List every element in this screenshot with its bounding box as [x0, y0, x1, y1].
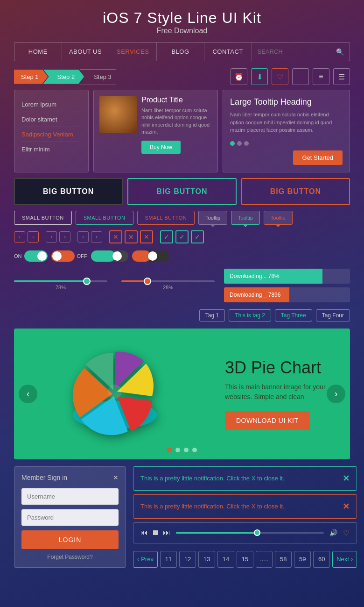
checkbox-x-3[interactable]: ✕ [140, 230, 153, 243]
get-started-button[interactable]: Get Started [293, 150, 343, 165]
download-kit-button[interactable]: DOWNLOAD UI KIT [225, 411, 310, 430]
next-arrow-2[interactable]: › [91, 231, 102, 243]
nav-about[interactable]: ABOUT US [62, 43, 110, 61]
checkbox-x-2[interactable]: ✕ [125, 230, 138, 243]
tooltip-3[interactable]: Tooltip [264, 211, 293, 225]
small-button-2[interactable]: SMALL BUTTON [76, 211, 133, 225]
notification-close-2[interactable]: ✕ [343, 501, 350, 512]
image-icon[interactable] [292, 68, 309, 85]
slider-knob-orange[interactable] [144, 278, 151, 285]
toggle-knob-on [37, 251, 47, 261]
slider-track-orange[interactable] [121, 280, 215, 282]
page-11[interactable]: 11 [160, 551, 177, 568]
notification-close-1[interactable]: ✕ [343, 473, 350, 484]
slider-track-teal[interactable] [14, 280, 107, 282]
range-slider-orange[interactable] [132, 250, 169, 262]
tag-4[interactable]: Tag Four [316, 309, 350, 321]
page-14[interactable]: 14 [217, 551, 234, 568]
banner-dot-4[interactable] [192, 448, 197, 452]
checkbox-check-1[interactable]: ✓ [160, 230, 173, 243]
tag-1[interactable]: Tag 1 [199, 309, 225, 321]
prev-arrow-2[interactable]: ‹ [77, 231, 89, 243]
big-button-3[interactable]: BIG BUTTON [241, 178, 350, 205]
slider-label-orange: 28% [121, 285, 215, 290]
banner-dot-1[interactable] [167, 448, 172, 452]
checkbox-check-3[interactable]: ✓ [191, 230, 204, 243]
download-icon[interactable]: ⬇ [251, 68, 268, 85]
dot-2[interactable] [237, 141, 242, 146]
product-title: Product Title [141, 96, 212, 104]
toggle-on-label: ON [14, 253, 22, 259]
tag-3[interactable]: Tag Three [275, 309, 312, 321]
toggle-on-switch[interactable] [24, 250, 48, 262]
toggles-group: ON OFF [14, 250, 169, 262]
nav-blog[interactable]: BLOG [157, 43, 204, 61]
prev-arrow-1[interactable]: ‹ [46, 231, 57, 243]
username-input[interactable] [21, 488, 119, 505]
tooltip-2[interactable]: Tooltip [231, 211, 260, 225]
list-item-3[interactable]: Sadipscing Veniam [21, 127, 81, 142]
banner-dot-2[interactable] [175, 448, 180, 452]
page-15[interactable]: 15 [237, 551, 253, 568]
checkboxes-group: ✕ ✕ ✕ [109, 230, 153, 243]
dot-3[interactable] [244, 141, 249, 146]
play-button[interactable]: ⏭ [163, 528, 170, 537]
big-button-2[interactable]: BIG BUTTON [127, 178, 236, 205]
banner-prev-arrow[interactable]: ‹ [19, 385, 37, 403]
banner-dots [167, 448, 197, 452]
dot-1[interactable] [230, 141, 235, 146]
media-progress-bar[interactable] [176, 532, 324, 534]
list-item-1[interactable]: Lorem ipsum [21, 97, 81, 112]
signin-close[interactable]: ✕ [113, 474, 119, 481]
banner-dot-3[interactable] [184, 448, 189, 452]
slider-knob-teal[interactable] [83, 278, 91, 285]
prev-page-button[interactable]: ‹ Prev [133, 551, 158, 568]
forget-password-link[interactable]: Forget Password? [21, 554, 119, 560]
next-page-button[interactable]: Next › [332, 551, 357, 568]
slider-teal: 78% [14, 280, 107, 290]
small-button-3[interactable]: SMALL BUTTON [137, 211, 195, 225]
password-input[interactable] [21, 509, 119, 526]
page-12[interactable]: 12 [179, 551, 196, 568]
buy-button[interactable]: Buy Now [141, 141, 181, 154]
tag-2[interactable]: This is tag 2 [229, 309, 271, 321]
page-60[interactable]: 60 [313, 551, 330, 568]
toggle-off-switch[interactable] [51, 250, 75, 262]
tooltip-1[interactable]: Tooltip [198, 211, 227, 225]
small-button-1[interactable]: SMALL BUTTON [14, 211, 72, 225]
menu-icon[interactable]: ☰ [333, 68, 350, 85]
big-button-1[interactable]: BIG BUTTON [14, 178, 123, 205]
favorite-icon[interactable]: ♡ [343, 528, 350, 537]
nav-home[interactable]: HOME [14, 43, 62, 61]
page-58[interactable]: 58 [275, 551, 292, 568]
page-13[interactable]: 13 [198, 551, 215, 568]
pag-arrows-1: ‹ › [14, 231, 39, 243]
checkbox-check-2[interactable]: ✓ [175, 230, 189, 243]
next-arrow-1[interactable]: › [59, 231, 70, 243]
step-3[interactable]: Step 3 [79, 69, 121, 85]
login-button[interactable]: LOGIN [21, 530, 119, 549]
search-input[interactable] [258, 48, 336, 55]
media-progress-knob[interactable] [254, 529, 260, 536]
checkboxes-checked-group: ✓ ✓ ✓ [160, 230, 204, 243]
stop-button[interactable]: ⏹ [152, 528, 159, 537]
nav-contact[interactable]: CONTACT [204, 43, 252, 61]
step-2[interactable]: Step 2 [43, 70, 84, 84]
nav-search[interactable]: 🔍 [252, 43, 350, 61]
prev-arrow-orange[interactable]: ‹ [14, 231, 25, 243]
next-arrow-orange[interactable]: › [28, 231, 39, 243]
page-59[interactable]: 59 [294, 551, 311, 568]
nav-services[interactable]: SERVICES [109, 43, 157, 61]
clock-icon[interactable]: ⏰ [231, 68, 247, 85]
checkbox-x-1[interactable]: ✕ [109, 230, 122, 243]
list-item-2[interactable]: Dolor sitamet [21, 112, 81, 127]
list-item-4[interactable]: Elitr minim [21, 142, 81, 157]
heart-icon-box[interactable]: ♡ [272, 68, 288, 85]
range-slider-teal[interactable] [91, 250, 128, 262]
step-1[interactable]: Step 1 [14, 70, 48, 84]
banner-next-arrow[interactable]: › [327, 385, 345, 403]
volume-icon[interactable]: 🔊 [329, 529, 337, 536]
toggle-knob-off [52, 251, 62, 261]
rewind-button[interactable]: ⏮ [140, 528, 148, 537]
list-icon[interactable]: ≡ [313, 68, 329, 85]
